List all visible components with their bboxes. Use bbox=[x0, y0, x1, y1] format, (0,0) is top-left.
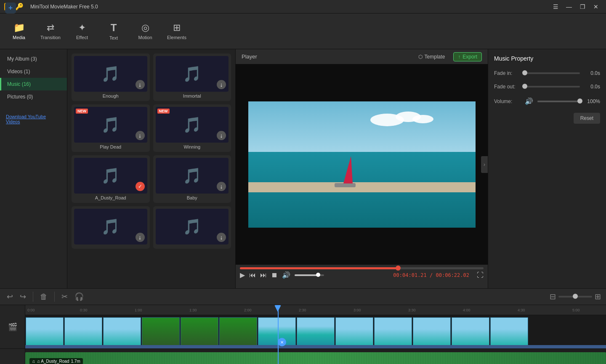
toolbar-effect-label: Effect bbox=[76, 35, 88, 40]
zoom-bar[interactable] bbox=[558, 296, 592, 298]
progress-bar[interactable] bbox=[240, 267, 484, 269]
toolbar-transition[interactable]: ⇄ Transition bbox=[36, 16, 65, 46]
time-separator: / bbox=[430, 272, 436, 278]
add-play-dead-button[interactable]: ↓ bbox=[136, 131, 145, 140]
audio-button[interactable]: 🎧 bbox=[73, 290, 85, 303]
volume-bar[interactable] bbox=[295, 274, 324, 276]
toolbar-effect[interactable]: ✦ Effect bbox=[67, 16, 97, 46]
fade-in-slider[interactable] bbox=[525, 72, 580, 74]
media-thumb-immortal: 🎵 ↓ bbox=[156, 56, 229, 92]
titlebar-left: M 🔑 MiniTool MovieMaker Free 5.0 bbox=[4, 3, 98, 11]
menu-button[interactable]: ☰ bbox=[550, 3, 561, 11]
timeline-track-labels: 🎬 🎵 bbox=[0, 305, 25, 364]
media-item-baby[interactable]: 🎵 ↓ Baby bbox=[153, 155, 231, 203]
reset-button[interactable]: Reset bbox=[574, 113, 600, 124]
media-thumb-7: 🎵 ↓ bbox=[74, 209, 147, 244]
toolbar-media[interactable]: 📁 Media bbox=[4, 16, 34, 46]
sidebar-item-music[interactable]: Music (16) bbox=[0, 78, 67, 90]
progress-thumb[interactable] bbox=[396, 266, 401, 271]
sidebar-item-my-album[interactable]: My Album (3) bbox=[0, 53, 67, 65]
text-icon: T bbox=[111, 22, 117, 34]
fade-out-thumb[interactable] bbox=[522, 84, 527, 89]
cut-button[interactable]: ✂ bbox=[60, 290, 69, 303]
export-button[interactable]: ↑ Export bbox=[453, 52, 482, 61]
film-icon: 🎬 bbox=[8, 322, 17, 332]
player-title: Player bbox=[242, 53, 257, 60]
add-item8-button[interactable]: ↓ bbox=[217, 233, 226, 242]
volume-thumb[interactable] bbox=[316, 273, 320, 277]
music-disc-icon: 🎵 bbox=[101, 65, 120, 83]
music-disc-icon6: 🎵 bbox=[183, 167, 202, 185]
video-thumb-10 bbox=[374, 317, 412, 347]
sidebar-item-pictures[interactable]: Pictures (0) bbox=[0, 90, 67, 103]
volume-slider[interactable] bbox=[537, 101, 580, 102]
waveform-visual bbox=[25, 352, 606, 364]
fade-out-slider[interactable] bbox=[525, 86, 580, 88]
add-winning-button[interactable]: ↓ bbox=[217, 131, 226, 140]
add-item7-button[interactable]: ↓ bbox=[136, 233, 145, 242]
media-item-8[interactable]: 🎵 ↓ bbox=[153, 206, 231, 249]
toolbar-text[interactable]: T Text bbox=[99, 16, 128, 46]
cloud3 bbox=[412, 115, 433, 123]
cut-indicator: ✕ bbox=[278, 338, 286, 346]
maximize-button[interactable]: ❐ bbox=[577, 3, 588, 11]
music-disc-icon4: 🎵 bbox=[183, 116, 202, 134]
close-button[interactable]: ✕ bbox=[590, 3, 602, 11]
add-immortal-button[interactable]: ↓ bbox=[217, 80, 226, 89]
zoom-in-button[interactable]: ⊞ bbox=[595, 292, 601, 301]
audio-music-icon: ♫ bbox=[32, 359, 35, 364]
play-button[interactable]: ▶ bbox=[240, 271, 245, 279]
playhead[interactable] bbox=[278, 305, 279, 364]
media-item-a-dusty-road[interactable]: 🎵 ✓ A_Dusty_Road bbox=[72, 155, 150, 203]
media-label-baby: Baby bbox=[187, 195, 197, 200]
zoom-out-button[interactable]: ⊟ bbox=[550, 292, 556, 301]
video-clouds bbox=[362, 112, 438, 133]
prev-button[interactable]: ⏮ bbox=[249, 271, 256, 279]
minimize-button[interactable]: — bbox=[563, 3, 575, 11]
video-beach bbox=[248, 182, 476, 192]
toolbar-elements[interactable]: ⊞ Elements bbox=[162, 16, 191, 46]
add-track-button[interactable]: + bbox=[5, 3, 16, 13]
sidebar-item-videos[interactable]: Videos (1) bbox=[0, 65, 67, 78]
volume-label: Volume: bbox=[494, 98, 521, 104]
titlebar: M 🔑 MiniTool MovieMaker Free 5.0 ☰ — ❐ ✕ bbox=[0, 0, 606, 13]
fullscreen-button[interactable]: ⛶ bbox=[477, 271, 484, 279]
media-item-winning[interactable]: NEW 🎵 ↓ Winning bbox=[153, 104, 231, 152]
video-thumb-9 bbox=[335, 317, 373, 347]
download-youtube-link[interactable]: Download YouTube Videos bbox=[0, 112, 67, 127]
ruler-label-1: 0:30 bbox=[80, 308, 88, 312]
player-area: Player ⬡ Template ↑ Export bbox=[236, 49, 488, 288]
video-thumb-5 bbox=[181, 317, 218, 347]
zoom-thumb[interactable] bbox=[573, 294, 578, 299]
media-item-enough[interactable]: 🎵 ↓ Enough bbox=[72, 53, 150, 101]
fade-in-row: Fade in: 0.0s bbox=[494, 70, 600, 76]
add-enough-button[interactable]: ↓ bbox=[136, 80, 145, 89]
current-time: 00:04:01.21 bbox=[393, 272, 426, 278]
toolbar-text-label: Text bbox=[109, 35, 118, 40]
template-button[interactable]: ⬡ Template bbox=[415, 53, 449, 61]
media-thumb-8: 🎵 ↓ bbox=[156, 209, 229, 244]
volume-value: 100% bbox=[583, 98, 600, 104]
time-display: 00:04:01.21 / 00:06:22.02 bbox=[393, 272, 469, 278]
elements-icon: ⊞ bbox=[173, 22, 181, 33]
toolbar-motion[interactable]: ◎ Motion bbox=[130, 16, 160, 46]
volume-fill bbox=[295, 274, 318, 276]
fade-in-thumb[interactable] bbox=[522, 70, 527, 75]
stop-button[interactable]: ⏹ bbox=[271, 271, 278, 279]
video-thumb-4 bbox=[142, 317, 180, 347]
volume-thumb[interactable] bbox=[577, 98, 582, 104]
media-item-7[interactable]: 🎵 ↓ bbox=[72, 206, 150, 249]
video-track-icon: 🎬 bbox=[0, 305, 25, 349]
timeline-content: 0:00 0:30 1:00 1:30 2:00 2:30 3:00 3:30 … bbox=[25, 305, 606, 364]
ruler-label-0: 0:00 bbox=[27, 308, 35, 312]
audio-waveform: ♫ ♫ A_Dusty_Road 1.7m bbox=[25, 352, 606, 364]
media-item-immortal[interactable]: 🎵 ↓ Immortal bbox=[153, 53, 231, 101]
media-item-play-dead[interactable]: NEW 🎵 ↓ Play Dead bbox=[72, 104, 150, 152]
volume-icon[interactable]: 🔊 bbox=[282, 271, 290, 279]
redo-button[interactable]: ↪ bbox=[18, 290, 28, 303]
expand-panel-button[interactable]: › bbox=[481, 156, 488, 173]
undo-button[interactable]: ↩ bbox=[5, 290, 15, 303]
add-baby-button[interactable]: ↓ bbox=[217, 182, 226, 191]
delete-button[interactable]: 🗑 bbox=[38, 291, 49, 303]
next-button[interactable]: ⏭ bbox=[260, 271, 267, 279]
